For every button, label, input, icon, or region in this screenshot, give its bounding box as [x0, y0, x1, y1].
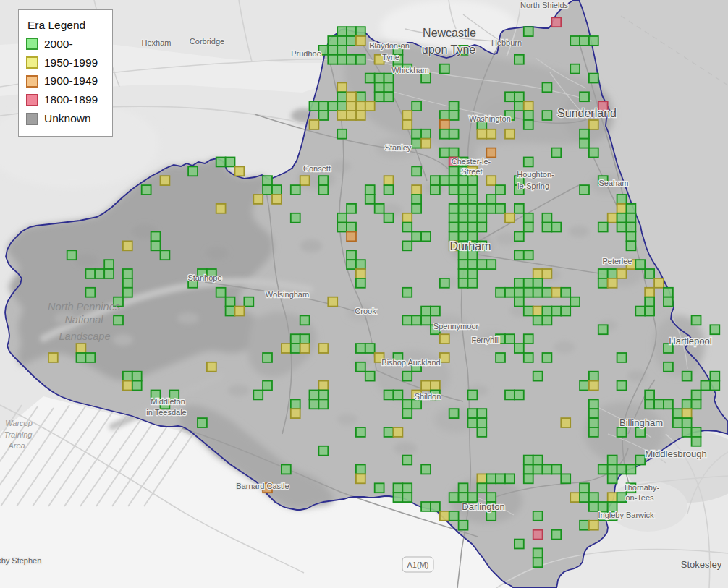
svg-text:Middleton: Middleton [151, 397, 185, 406]
svg-text:Hartlepool: Hartlepool [669, 336, 711, 346]
svg-text:Hebburn: Hebburn [491, 38, 522, 47]
svg-text:Training: Training [4, 430, 33, 439]
svg-text:Stokesley: Stokesley [681, 559, 722, 570]
svg-text:Wolsingham: Wolsingham [266, 290, 309, 299]
svg-text:Warcop: Warcop [5, 419, 33, 427]
svg-text:in Teesdale: in Teesdale [146, 408, 186, 417]
svg-text:Kirkby Stephen: Kirkby Stephen [0, 556, 41, 565]
svg-text:Billingham: Billingham [619, 417, 663, 428]
svg-text:Hexham: Hexham [142, 38, 172, 47]
svg-text:le-Spring: le-Spring [517, 182, 549, 190]
svg-text:Washington: Washington [469, 114, 511, 123]
svg-text:Thornaby-: Thornaby- [623, 483, 659, 492]
svg-text:Crook: Crook [355, 307, 376, 315]
svg-text:National: National [64, 314, 103, 325]
svg-text:Street: Street [461, 167, 482, 176]
svg-text:Landscape: Landscape [59, 331, 111, 342]
svg-text:Ingleby Barwick: Ingleby Barwick [598, 511, 654, 519]
svg-text:Seaham: Seaham [599, 179, 629, 187]
svg-text:Sunderland: Sunderland [557, 107, 617, 119]
svg-text:Bishop Auckland: Bishop Auckland [381, 358, 440, 367]
svg-text:Corbridge: Corbridge [190, 37, 224, 46]
svg-text:Barnard Castle: Barnard Castle [236, 482, 289, 490]
svg-text:Middlesbrough: Middlesbrough [645, 448, 706, 459]
svg-text:Durham: Durham [450, 240, 491, 252]
svg-text:Whickham: Whickham [391, 66, 428, 74]
svg-text:Peterlee: Peterlee [603, 257, 632, 265]
svg-text:Newcastle: Newcastle [423, 27, 476, 39]
svg-text:Stanley: Stanley [385, 143, 412, 152]
svg-text:A1(M): A1(M) [407, 561, 429, 569]
svg-text:Stanhope: Stanhope [187, 273, 221, 282]
svg-text:Blaydon-on: Blaydon-on [369, 41, 410, 50]
svg-text:Shildon: Shildon [415, 392, 441, 401]
svg-text:Consett: Consett [303, 164, 331, 173]
svg-text:Darlington: Darlington [462, 501, 504, 512]
svg-text:upon Tyne: upon Tyne [422, 43, 476, 56]
svg-text:North Pennines: North Pennines [48, 301, 120, 312]
svg-text:on-Tees: on-Tees [625, 493, 654, 502]
svg-text:Tyne: Tyne [382, 53, 399, 61]
svg-text:Area: Area [7, 441, 25, 450]
svg-text:Spennymoor: Spennymoor [433, 322, 479, 331]
svg-text:Houghton-: Houghton- [517, 170, 554, 179]
svg-text:Ferryhill: Ferryhill [471, 336, 499, 344]
svg-text:North Shields: North Shields [520, 1, 569, 9]
svg-text:Prudhoe: Prudhoe [291, 49, 321, 58]
svg-text:Chester-le-: Chester-le- [452, 157, 491, 166]
